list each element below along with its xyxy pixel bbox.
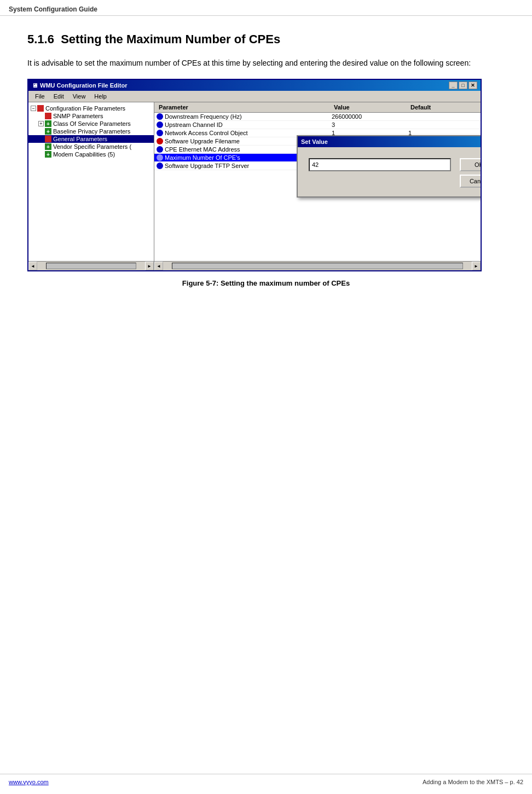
tree-item-vendor-specific[interactable]: + Vendor Specific Parameters ( — [28, 143, 154, 150]
dialog-ok-button[interactable]: OK — [460, 158, 481, 171]
params-column-headers: Parameter Value Default — [154, 102, 481, 113]
dialog-title: Set Value — [301, 138, 328, 145]
tree-item-baseline-privacy[interactable]: + Baseline Privacy Parameters — [28, 127, 154, 135]
wmu-body: − Configuration File Parameters SNMP Par… — [28, 102, 481, 261]
dialog-cancel-button[interactable]: Cancel — [460, 175, 481, 188]
tree-item-general-params[interactable]: General Parameters — [28, 135, 154, 143]
param-icon-blue — [157, 113, 163, 120]
main-content: 5.1.6 Setting the Maximum Number of CPEs… — [0, 16, 532, 331]
header-title: System Configuration Guide — [9, 5, 97, 13]
wmu-window: 🖥 WMU Configuration File Editor _ □ ✕ Fi… — [27, 79, 482, 271]
wmu-titlebar: 🖥 WMU Configuration File Editor _ □ ✕ — [28, 80, 481, 91]
class-service-icon: + — [45, 120, 51, 127]
scroll-right-button-right[interactable]: ► — [472, 262, 481, 270]
footer-page-info: Adding a Modem to the XMTS – p. 42 — [423, 779, 523, 785]
tree-item-snmp[interactable]: SNMP Parameters — [28, 112, 154, 120]
footer-link[interactable]: www.vyyo.com — [9, 779, 49, 785]
expand-icon-plus-cos[interactable]: + — [38, 121, 44, 126]
param-value-upstream-channel: 3 — [332, 121, 408, 128]
menu-view[interactable]: View — [68, 92, 90, 101]
col-header-default: Default — [408, 103, 452, 111]
page-footer: www.vyyo.com Adding a Modem to the XMTS … — [0, 774, 532, 785]
param-icon-blue — [157, 163, 163, 169]
dialog-body: OK Cancel — [298, 147, 481, 196]
wmu-window-title: WMU Configuration File Editor — [40, 82, 127, 89]
set-value-input[interactable] — [309, 158, 451, 171]
table-row[interactable]: Upstream Channel ID 3 — [154, 121, 481, 129]
scroll-right-button[interactable]: ► — [145, 262, 154, 270]
general-params-icon — [45, 136, 51, 142]
wmu-titlebar-left: 🖥 WMU Configuration File Editor — [32, 82, 127, 89]
intro-paragraph: It is advisable to set the maximum numbe… — [27, 57, 505, 69]
table-row[interactable]: Downstream Frequency (Hz) 266000000 — [154, 113, 481, 121]
expand-icon-minus[interactable]: − — [31, 106, 36, 111]
col-header-parameter: Parameter — [157, 103, 332, 111]
scroll-area-right: ◄ ► — [154, 262, 481, 270]
param-icon-blue — [157, 121, 163, 128]
scroll-track-right[interactable] — [172, 263, 463, 269]
scroll-area-left: ◄ ► — [28, 262, 154, 270]
tree-item-modem-capabilities[interactable]: + Modem Capabilities (5) — [28, 150, 154, 158]
tree-item-class-service[interactable]: + + Class Of Service Parameters — [28, 120, 154, 127]
set-value-dialog: Set Value ✕ OK Cancel — [297, 135, 481, 198]
menu-help[interactable]: Help — [90, 92, 111, 101]
figure-caption: Figure 5-7: Setting the maximum number o… — [27, 279, 505, 287]
close-button[interactable]: ✕ — [469, 82, 477, 89]
section-title: 5.1.6 Setting the Maximum Number of CPEs — [27, 32, 505, 47]
scroll-left-button[interactable]: ◄ — [28, 262, 37, 270]
wmu-menubar: File Edit View Help — [28, 91, 481, 102]
scroll-track-left[interactable] — [46, 263, 136, 269]
vendor-specific-icon: + — [45, 143, 51, 150]
config-params-icon — [37, 105, 44, 112]
modem-capabilities-icon: + — [45, 151, 51, 158]
baseline-privacy-icon: + — [45, 128, 51, 135]
param-icon-blue — [157, 130, 163, 136]
param-value-downstream: 266000000 — [332, 113, 408, 120]
wmu-window-icon: 🖥 — [32, 82, 38, 89]
param-icon-blue — [157, 146, 163, 153]
maximize-button[interactable]: □ — [459, 82, 467, 89]
wmu-bottom-scrollbar: ◄ ► ◄ ► — [28, 261, 481, 270]
menu-edit[interactable]: Edit — [49, 92, 68, 101]
menu-file[interactable]: File — [31, 92, 49, 101]
param-icon-blue-highlighted — [157, 154, 163, 161]
snmp-icon — [45, 113, 51, 119]
col-header-value: Value — [332, 103, 408, 111]
page-header: System Configuration Guide — [0, 0, 532, 16]
wmu-titlebar-controls: _ □ ✕ — [449, 82, 477, 89]
param-name-downstream: Downstream Frequency (Hz) — [157, 113, 332, 120]
minimize-button[interactable]: _ — [449, 82, 458, 89]
wmu-params-panel: Parameter Value Default Downstream Frequ… — [154, 102, 481, 261]
scroll-left-button-right[interactable]: ◄ — [154, 262, 163, 270]
tree-item-config-file-params[interactable]: − Configuration File Parameters — [28, 105, 154, 112]
dialog-titlebar: Set Value ✕ — [298, 136, 481, 147]
dialog-buttons: OK Cancel — [460, 158, 481, 188]
dialog-input-area — [309, 158, 451, 171]
param-name-upstream-channel: Upstream Channel ID — [157, 121, 332, 128]
wmu-tree-panel: − Configuration File Parameters SNMP Par… — [28, 102, 154, 261]
param-icon-red — [157, 138, 163, 144]
